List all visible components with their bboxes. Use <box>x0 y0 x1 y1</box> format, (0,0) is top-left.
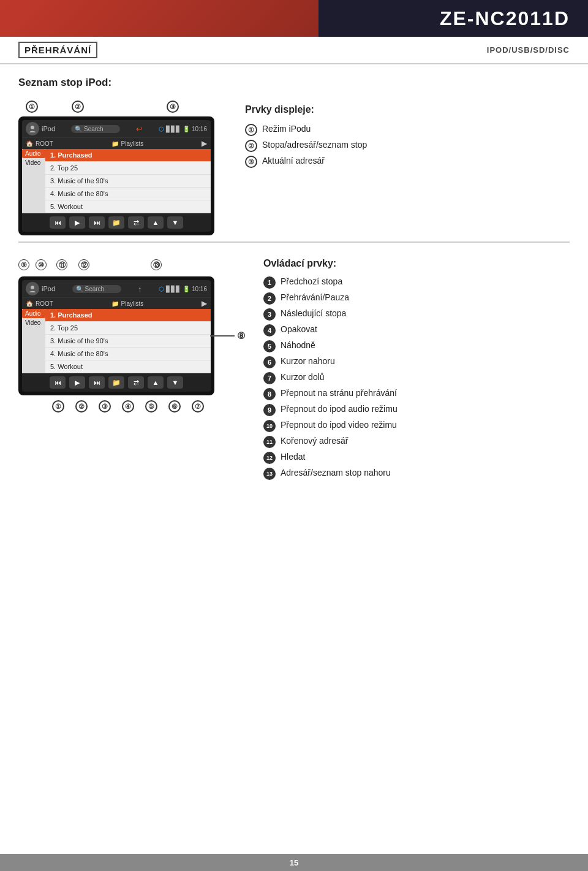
top-heading: Seznam stop iPod: <box>18 77 570 89</box>
num-filled-8: 8 <box>263 388 276 400</box>
ovladaci-desc: Ovládací prvky: 1 Předchozí stopa 2 Přeh… <box>233 255 398 484</box>
ovl-text-8: Přepnout do ipod audio režimu <box>281 404 398 414</box>
ipod-mode-icon-2 <box>26 282 39 295</box>
ctrl2-up[interactable]: ▲ <box>148 376 164 389</box>
ctrl-next[interactable]: ⏭ <box>89 216 105 229</box>
ovladaci-item-5: 6 Kurzor nahoru <box>263 356 398 368</box>
battery-icon: 🔋 <box>183 126 190 132</box>
nav-icon-2: ↑ <box>138 284 142 294</box>
prvky-title: Prvky displeje: <box>245 104 367 115</box>
av-tabs: Audio Video <box>22 149 45 213</box>
circle-9: ⑨ <box>18 259 29 270</box>
list-item-2: 3. Music of the 90's <box>45 175 211 188</box>
num-filled-11: 11 <box>263 436 276 448</box>
play-icon-right-2: ▶ <box>202 299 207 308</box>
ipod-display-bottom: ⑧ iPod 🔍 <box>18 276 214 395</box>
ovladaci-item-7: 8 Přepnout na stránu přehrávání <box>263 388 398 400</box>
svg-point-0 <box>31 126 34 129</box>
ipod-label-2: iPod <box>42 285 55 292</box>
tab-audio-2[interactable]: Audio <box>22 309 45 318</box>
ctrl-shuffle[interactable]: ⇄ <box>128 216 144 229</box>
signal-icon: ▊▊▊ <box>166 126 181 132</box>
header-red-section <box>0 0 318 37</box>
ctrl-num-6: ⑥ <box>168 400 181 413</box>
tab-video[interactable]: Video <box>22 158 45 167</box>
ctrl-num-1: ① <box>52 400 64 413</box>
control-nums-row: ① ② ③ ④ ⑤ ⑥ ⑦ <box>18 400 214 413</box>
num-circle-1: ① <box>245 124 257 136</box>
ctrl2-play[interactable]: ▶ <box>69 376 85 389</box>
ovladaci-list: 1 Předchozí stopa 2 Přehrávání/Pauza 3 N… <box>263 276 398 480</box>
ctrl-up[interactable]: ▲ <box>148 216 164 229</box>
ctrl-folder[interactable]: 📁 <box>108 216 124 229</box>
num-filled-3: 3 <box>263 308 276 321</box>
bottom-section: ⑨ ⑩ ⑪ ⑫ ⑬ ⑧ <box>18 255 570 484</box>
ipod-display-top: iPod 🔍 Search ↩ ⬡ ▊▊▊ 🔋 10:1 <box>18 116 214 235</box>
prvky-text-1: Stopa/adresář/seznam stop <box>262 140 367 150</box>
ovladaci-item-3: 4 Opakovat <box>263 324 398 337</box>
num-circle-2: ② <box>245 140 257 152</box>
ctrl-down[interactable]: ▼ <box>167 216 183 229</box>
ovl-text-0: Předchozí stopa <box>281 276 342 286</box>
root-label-2: 🏠 ROOT <box>26 300 53 307</box>
section-left-label: PŘEHRÁVÁNÍ <box>18 42 97 58</box>
root-icon-2: 🏠 <box>26 300 33 307</box>
battery-time-2: ⬡ ▊▊▊ 🔋 10:16 <box>159 286 207 292</box>
header-dark-section: ZE-NC2011D <box>318 0 588 37</box>
list-item-0: 1. Purchased <box>45 149 211 162</box>
prvky-list: ① Režim iPodu ② Stopa/adresář/seznam sto… <box>245 124 367 168</box>
circle-10: ⑩ <box>36 259 47 270</box>
ovladaci-item-6: 7 Kurzor dolů <box>263 372 398 384</box>
ctrl2-next[interactable]: ⏭ <box>89 376 105 389</box>
search-placeholder-2: Search <box>85 286 105 292</box>
search-icon-2: 🔍 <box>76 286 83 292</box>
top-section: Seznam stop iPod: ① ② ③ <box>18 77 570 235</box>
prvky-desc: Prvky displeje: ① Režim iPodu ② Stopa/ad… <box>245 98 367 172</box>
ctrl-prev[interactable]: ⏮ <box>50 216 66 229</box>
ovl-text-4: Náhodně <box>281 340 315 350</box>
ovladaci-item-9: 10 Přepnout do ipod video režimu <box>263 420 398 432</box>
ipod-subbar: 🏠 ROOT 📁 Playlists ▶ <box>22 137 211 149</box>
num-filled-12: 12 <box>263 452 276 464</box>
ctrl-num-5: ⑤ <box>145 400 157 413</box>
ctrl2-shuffle[interactable]: ⇄ <box>128 376 144 389</box>
num-filled-6: 6 <box>263 356 276 368</box>
ctrl-num-4: ④ <box>122 400 134 413</box>
num-filled-1: 1 <box>263 276 276 289</box>
ctrl2-folder[interactable]: 📁 <box>108 376 124 389</box>
search-bar-2: 🔍 Search <box>72 285 121 293</box>
play-icon-right: ▶ <box>202 139 207 148</box>
prvky-item-1: ② Stopa/adresář/seznam stop <box>245 140 367 152</box>
time-display: 10:16 <box>192 126 207 132</box>
ovladaci-item-2: 3 Následující stopa <box>263 308 398 321</box>
bluetooth-icon-2: ⬡ <box>159 286 164 292</box>
root-label: 🏠 ROOT <box>26 140 53 147</box>
num-filled-9: 9 <box>263 404 276 416</box>
list-item-1: 2. Top 25 <box>45 162 211 175</box>
ovl-text-12: Adresář/seznam stop nahoru <box>281 468 391 477</box>
tab-audio[interactable]: Audio <box>22 149 45 158</box>
callout-8: ⑧ <box>210 330 245 341</box>
list-with-tabs: Audio Video 1. Purchased 2. Top 25 3. Mu… <box>22 149 211 213</box>
tab-video-2[interactable]: Video <box>22 318 45 327</box>
ctrl2-prev[interactable]: ⏮ <box>50 376 66 389</box>
num-filled-7: 7 <box>263 372 276 384</box>
footer: 15 <box>0 854 588 871</box>
bluetooth-icon: ⬡ <box>159 126 164 132</box>
ovl-text-3: Opakovat <box>281 324 317 334</box>
folder-icon: 📁 <box>111 140 119 147</box>
search-icon-small: 🔍 <box>75 126 82 132</box>
list-item-3: 4. Music of the 80's <box>45 188 211 200</box>
divider <box>18 242 570 243</box>
ovladaci-title: Ovládací prvky: <box>263 258 398 269</box>
list-item-4: 5. Workout <box>45 200 211 213</box>
ctrl2-down[interactable]: ▼ <box>167 376 183 389</box>
circle-1-top: ① <box>26 101 38 113</box>
ovl-text-2: Následující stopa <box>281 308 346 318</box>
av-tabs-2: Audio Video <box>22 309 45 373</box>
folder-icon-2: 📁 <box>111 300 119 307</box>
ipod-list-2: 1. Purchased 2. Top 25 3. Music of the 9… <box>45 309 211 373</box>
ctrl-play[interactable]: ▶ <box>69 216 85 229</box>
prvky-item-2: ③ Aktuální adresář <box>245 156 367 168</box>
ovl-text-7: Přepnout na stránu přehrávání <box>281 388 397 398</box>
